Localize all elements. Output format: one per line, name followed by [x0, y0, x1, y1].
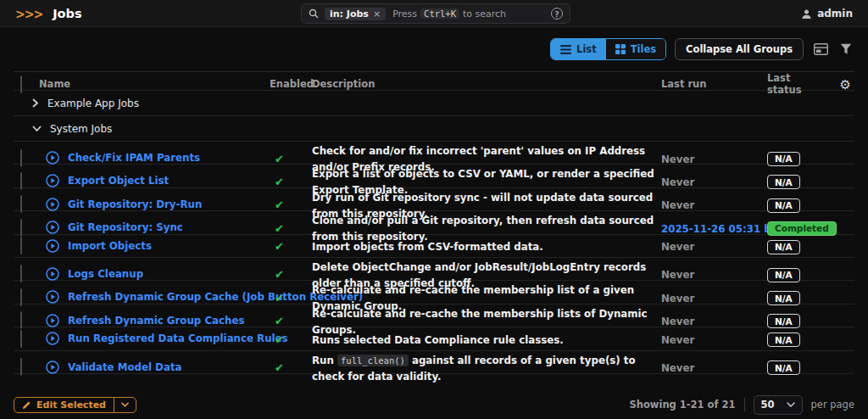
chevron-down-icon [32, 126, 42, 132]
job-name-link[interactable]: Git Repository: Sync [68, 221, 183, 233]
view-toggle: List Tiles [550, 38, 666, 60]
user-menu[interactable]: admin [801, 0, 853, 27]
row-checkbox[interactable] [20, 311, 22, 329]
enabled-check-icon: ✔ [275, 176, 284, 188]
status-badge: N/A [767, 291, 800, 305]
divider [744, 398, 745, 411]
column-header-enabled[interactable]: Enabled [270, 78, 312, 90]
enabled-check-icon: ✔ [275, 222, 284, 235]
last-run-value: Never [661, 334, 694, 346]
last-run-value: Never [661, 269, 694, 281]
job-name-link[interactable]: Logs Cleanup [68, 268, 143, 280]
jobs-table: Name Enabled Description Last run Last s… [14, 71, 854, 374]
column-header-last-status[interactable]: Last status [767, 72, 826, 96]
select-all-checkbox[interactable] [20, 75, 22, 93]
table-header-row: Name Enabled Description Last run Last s… [14, 71, 854, 91]
page-title: Jobs [53, 7, 81, 20]
table-row: Git Repository: Sync✔Clone and/or pull a… [14, 211, 854, 234]
run-job-button[interactable] [46, 332, 59, 345]
table-settings-gear-icon[interactable]: ⚙ [840, 77, 851, 92]
table-row: Run Registered Data Compliance Rules✔Run… [14, 327, 854, 350]
username: admin [817, 8, 853, 20]
ctrl-k-kbd: Ctrl+K [420, 8, 459, 19]
run-job-button[interactable] [46, 239, 59, 253]
list-icon [560, 45, 571, 54]
table-row: Refresh Dynamic Group Caches✔Re-calculat… [14, 304, 854, 327]
toolbar: List Tiles Collapse All Groups [550, 38, 854, 60]
enabled-check-icon: ✔ [275, 268, 284, 281]
chevron-right-icon [32, 98, 39, 108]
table-row: Import Objects✔Import objects from CSV-f… [14, 235, 854, 258]
app-logo-icon[interactable]: >>> [15, 6, 42, 21]
search-filter-chip-label: in: Jobs [330, 8, 369, 20]
run-job-button[interactable] [46, 221, 59, 234]
last-run-value: Never [661, 199, 694, 211]
tiles-view-button[interactable]: Tiles [606, 39, 665, 59]
job-name-link[interactable]: Check/Fix IPAM Parents [68, 152, 200, 164]
run-job-button[interactable] [46, 198, 59, 211]
status-badge: N/A [767, 332, 800, 347]
row-checkbox[interactable] [20, 237, 22, 254]
chip-close-icon[interactable]: × [373, 8, 381, 20]
jobs-page: >>> Jobs in: Jobs × Press Ctrl+K to sear… [0, 0, 868, 419]
run-job-button[interactable] [46, 360, 59, 374]
last-run-value: Never [661, 176, 694, 188]
search-help-icon[interactable]: ? [551, 8, 563, 20]
last-run-value: Never [661, 154, 694, 165]
table-row: Validate Model Data✔Run full_clean() aga… [14, 351, 854, 374]
job-name-link[interactable]: Refresh Dynamic Group Caches [68, 315, 244, 327]
job-name-link[interactable]: Git Repository: Dry-Run [68, 198, 202, 210]
collapse-all-groups-button[interactable]: Collapse All Groups [675, 38, 804, 60]
edit-selected-button[interactable]: Edit Selected [14, 398, 114, 412]
enabled-check-icon: ✔ [275, 315, 284, 327]
filter-icon[interactable] [837, 41, 854, 58]
last-run-value: Never [661, 362, 694, 374]
table-config-icon[interactable] [812, 41, 829, 58]
last-run-value: Never [661, 293, 694, 304]
last-run-value: Never [661, 316, 694, 327]
row-checkbox[interactable] [20, 288, 22, 306]
run-job-button[interactable] [46, 151, 59, 165]
search-input[interactable]: in: Jobs × Press Ctrl+K to search ? [301, 3, 570, 24]
chevron-down-icon [787, 402, 795, 407]
column-header-last-run[interactable]: Last run [661, 78, 767, 90]
run-job-button[interactable] [46, 314, 59, 327]
status-badge: N/A [767, 268, 800, 282]
enabled-check-icon: ✔ [275, 198, 284, 211]
job-name-link[interactable]: Export Object List [68, 175, 169, 187]
enabled-check-icon: ✔ [275, 292, 284, 304]
last-run-value: Never [661, 241, 694, 253]
list-view-button[interactable]: List [551, 39, 606, 59]
row-checkbox[interactable] [20, 172, 22, 190]
job-name-link[interactable]: Validate Model Data [68, 361, 181, 373]
row-checkbox[interactable] [20, 265, 22, 282]
per-page-label: per page [811, 399, 854, 411]
run-job-button[interactable] [46, 174, 59, 187]
footer: Edit Selected Showing 1-21 of 21 50 per … [14, 393, 854, 416]
job-name-link[interactable]: Run Registered Data Compliance Rules [68, 332, 288, 344]
run-job-button[interactable] [46, 267, 59, 281]
search-placeholder: Press Ctrl+K to search [392, 8, 506, 20]
row-checkbox[interactable] [20, 149, 22, 167]
row-checkbox[interactable] [20, 330, 22, 348]
column-header-name[interactable]: Name [39, 78, 270, 90]
group-row[interactable]: Example App Jobs [14, 91, 854, 116]
per-page-select[interactable]: 50 [754, 395, 803, 415]
job-description: Runs selected Data Compliance rule class… [312, 334, 564, 346]
status-badge: N/A [767, 360, 800, 375]
status-badge: Completed [767, 221, 837, 236]
row-checkbox[interactable] [20, 195, 22, 213]
run-job-button[interactable] [46, 290, 59, 304]
code-snippet: full_clean() [337, 355, 409, 366]
row-checkbox[interactable] [20, 219, 22, 237]
group-row[interactable]: System Jobs [14, 116, 854, 142]
group-label: System Jobs [50, 123, 112, 135]
status-badge: N/A [767, 240, 800, 254]
row-checkbox[interactable] [20, 358, 22, 376]
status-badge: N/A [767, 198, 800, 213]
user-icon [801, 8, 812, 20]
navbar: >>> Jobs in: Jobs × Press Ctrl+K to sear… [0, 0, 868, 27]
job-name-link[interactable]: Import Objects [68, 240, 152, 252]
table-row: Check/Fix IPAM Parents✔Check for and/or … [14, 142, 854, 165]
edit-selected-dropdown-button[interactable] [114, 398, 136, 412]
